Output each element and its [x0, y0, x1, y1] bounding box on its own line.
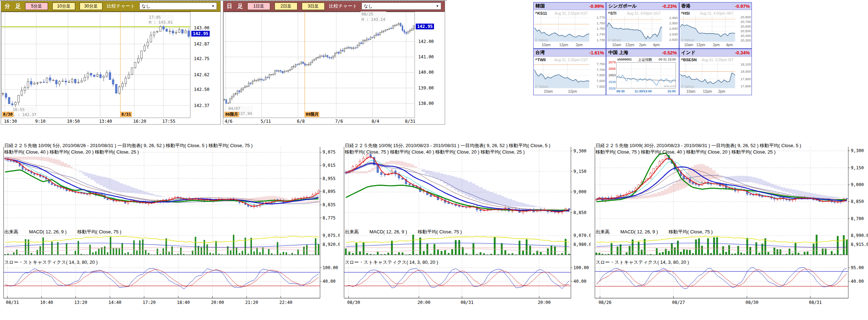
- market-cell-india[interactable]: インド -0.34% ^BSESN Aug 31, 3:29pm IST 18,…: [679, 49, 752, 95]
- svg-text:2666: 2666: [609, 67, 616, 71]
- market-cell-header: 香港 -0.97%: [679, 3, 752, 10]
- svg-text:9,150: 9,150: [573, 169, 586, 174]
- svg-text:© Yahoo!: © Yahoo!: [535, 85, 548, 88]
- svg-text:4pm: 4pm: [726, 43, 733, 47]
- svg-text:6/8: 6/8: [297, 119, 305, 124]
- svg-text:8,835: 8,835: [323, 202, 335, 207]
- session-label: 8/30: [2, 112, 14, 117]
- svg-text:8,980.0: 8,980.0: [573, 242, 591, 247]
- volume-label: 出来高: [4, 229, 18, 234]
- svg-text:20:00: 20:00: [211, 300, 224, 305]
- svg-text:7,600: 7,600: [597, 79, 605, 83]
- market-cell-shanghai[interactable]: 中国 上海 -0.52% sh000001 上证指数 08-31 15:00 2…: [606, 49, 678, 95]
- market-timestamp: Aug 31, 1:25pm CST: [554, 58, 588, 62]
- volume-label: 出来高: [345, 229, 359, 234]
- market-symbol: sh000001: [617, 58, 632, 61]
- market-cell-header: インド -0.34%: [679, 49, 752, 57]
- market-timestamp: Aug 31, 3:29pm IST: [702, 58, 734, 62]
- daily-chart-title: 日 足: [227, 3, 243, 10]
- minute-chart-panel: 分 足 5分足 10分足 30分足 比較チャート なし ▼ 143.00142.…: [1, 1, 221, 125]
- svg-text:18,000: 18,000: [740, 69, 751, 73]
- svg-text:142.37: 142.37: [194, 103, 209, 108]
- svg-text:2626: 2626: [609, 87, 616, 90]
- svg-text:18:40: 18:40: [177, 300, 190, 305]
- daily-chart-body: 142.00141.00140.00139.00138.004/620105/1…: [223, 12, 445, 124]
- minute-chart-title: 分 足: [5, 3, 21, 10]
- svg-text:10:40: 10:40: [40, 300, 53, 305]
- svg-text:sina.com: sina.com: [664, 84, 676, 88]
- low-time: 16:55: [13, 107, 25, 112]
- market-cell-hongkong[interactable]: 香港 -0.97% ^HSI Aug 31, 4:00pm HKT 20,800…: [679, 3, 752, 48]
- svg-text:2,930: 2,930: [669, 32, 678, 36]
- svg-text:2pm: 2pm: [718, 89, 725, 93]
- candles-layer: [596, 155, 848, 204]
- macd-label: MACD( 12, 26, 9 ): [369, 229, 407, 234]
- compare-chart-select[interactable]: なし ▼: [139, 3, 217, 10]
- svg-text:08/31: 08/31: [461, 300, 473, 305]
- compare-chart-value: なし: [142, 3, 151, 9]
- svg-text:142.62: 142.62: [194, 72, 209, 77]
- button-5min[interactable]: 5分足: [25, 3, 48, 10]
- svg-text:8,990.0: 8,990.0: [851, 233, 868, 238]
- market-name: シンガポール: [608, 3, 637, 9]
- svg-text:8/31: 8/31: [405, 119, 415, 124]
- tech-chart-panel-15min: 9,3009,1509,0008,8509,070.08,980.0100.00…: [341, 142, 591, 320]
- svg-text:142.00: 142.00: [418, 39, 434, 44]
- compare-chart-label: 比較チャート: [107, 3, 135, 9]
- tech-chart-title-line2: 移動平均( Close, 75 ) 移動平均( Close, 40 ) 移動平均…: [345, 149, 525, 155]
- daily-chart-header: 日 足 1日足 2日足 3日足 比較チャート なし ▼: [223, 1, 445, 12]
- volume-bars: [4, 235, 319, 255]
- svg-text:10am: 10am: [544, 89, 553, 93]
- svg-text:12pm: 12pm: [703, 89, 712, 93]
- market-symbol: ^BSESN: [681, 58, 697, 62]
- svg-text:11:30/13:00: 11:30/13:00: [635, 89, 652, 93]
- svg-text:8,895: 8,895: [323, 189, 335, 194]
- macd-label: MACD( 12, 26, 9 ): [620, 229, 658, 234]
- svg-text:100.00: 100.00: [323, 265, 338, 270]
- svg-text:08/26: 08/26: [598, 300, 611, 305]
- svg-text:9,000: 9,000: [573, 189, 586, 194]
- market-mini-chart: 7,7507,7007,6507,6007,55010am12pm© Yahoo…: [534, 57, 606, 95]
- svg-text:8,850: 8,850: [573, 210, 586, 215]
- svg-text:08/27: 08/27: [672, 300, 685, 305]
- volume-label: 出来高: [596, 229, 610, 234]
- svg-text:8,920.0: 8,920.0: [323, 242, 340, 247]
- volume-macd-label-row: 出来高MACD( 12, 26, 9 )移動平均( Close, 75 ): [345, 229, 473, 235]
- minute-chart-header: 分 足 5分足 10分足 30分足 比較チャート なし ▼: [1, 1, 220, 12]
- button-30min[interactable]: 30分足: [80, 3, 102, 10]
- stochastics-label: スロー・ストキャスティクス( 14, 3, 80, 20 ): [345, 259, 438, 266]
- market-chart-body: sh000001 上证指数 08-31 15:00 26792666265326…: [606, 57, 678, 95]
- svg-text:17:20: 17:20: [143, 300, 156, 305]
- svg-text:40.00: 40.00: [573, 279, 586, 284]
- svg-text:20,800: 20,800: [740, 15, 751, 19]
- svg-text:1,750: 1,750: [597, 27, 605, 31]
- svg-text:143.00: 143.00: [194, 25, 209, 30]
- market-cell-singapore[interactable]: シンガポール -0.23% ^STI Aug 31, 4:59pm SGT 2,…: [606, 3, 678, 48]
- market-cell-taiwan[interactable]: 台湾 -1.61% ^TWII Aug 31, 1:25pm CST 7,750…: [534, 49, 606, 95]
- market-chart-body: ^KS11 Aug 31, 2:55pm KST 1,7701,7601,750…: [534, 10, 606, 48]
- high-value: H : 143.14: [362, 17, 385, 22]
- high-time: 17:05: [149, 15, 161, 20]
- minute-chart-body: 143.00142.87142.75142.62142.50142.3716:3…: [1, 12, 220, 124]
- low-value: L : 142.37: [13, 112, 37, 117]
- high-annotation: 08/25 H : 143.14: [361, 11, 386, 23]
- button-10min[interactable]: 10分足: [52, 3, 75, 10]
- svg-text:1,770: 1,770: [597, 15, 605, 19]
- button-3day[interactable]: 3日足: [302, 3, 325, 10]
- market-timestamp: Aug 31, 4:59pm SGT: [627, 11, 661, 15]
- market-cell-korea[interactable]: 韓国 -0.99% ^KS11 Aug 31, 2:55pm KST 1,770…: [534, 3, 606, 48]
- high-annotation: 17:05 H : 143.01: [148, 15, 174, 26]
- chevron-down-icon: ▼: [436, 4, 439, 8]
- button-2day[interactable]: 2日足: [275, 3, 297, 10]
- market-name: 韓国: [535, 3, 545, 9]
- svg-text:17,800: 17,800: [740, 84, 751, 88]
- svg-text:10am: 10am: [684, 43, 693, 47]
- svg-text:10am: 10am: [612, 43, 621, 47]
- volume-macd-label-row: 出来高MACD( 12, 26, 9 )移動平均( Close, 75 ): [4, 229, 132, 235]
- button-1day[interactable]: 1日足: [247, 3, 270, 10]
- svg-text:08/31: 08/31: [6, 300, 19, 305]
- svg-text:142.75: 142.75: [194, 56, 209, 61]
- compare-chart-select[interactable]: なし ▼: [362, 3, 441, 10]
- svg-text:12pm: 12pm: [625, 43, 634, 47]
- svg-text:16:30: 16:30: [4, 119, 17, 124]
